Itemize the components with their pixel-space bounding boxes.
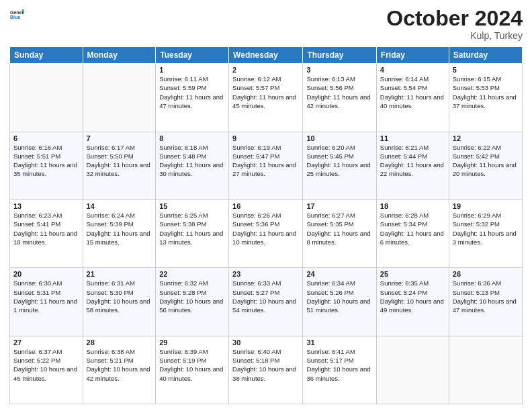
daylight-text: Daylight: 11 hours and 40 minutes. xyxy=(380,93,444,109)
sunrise-text: Sunrise: 6:17 AM xyxy=(87,144,135,151)
sunset-text: Sunset: 5:36 PM xyxy=(232,220,279,228)
table-row: 19Sunrise: 6:29 AMSunset: 5:32 PMDayligh… xyxy=(449,199,522,267)
calendar-week-4: 20Sunrise: 6:30 AMSunset: 5:31 PMDayligh… xyxy=(10,268,523,336)
day-number: 18 xyxy=(380,202,445,210)
header-saturday: Saturday xyxy=(449,47,522,64)
table-row: 14Sunrise: 6:24 AMSunset: 5:39 PMDayligh… xyxy=(83,199,156,267)
day-number: 20 xyxy=(13,270,79,278)
day-info: Sunrise: 6:37 AMSunset: 5:22 PMDaylight:… xyxy=(13,347,79,383)
sunset-text: Sunset: 5:56 PM xyxy=(306,84,353,91)
sunset-text: Sunset: 5:27 PM xyxy=(232,289,279,296)
sunrise-text: Sunrise: 6:37 AM xyxy=(13,348,62,355)
table-row xyxy=(10,64,83,132)
day-info: Sunrise: 6:39 AMSunset: 5:19 PMDaylight:… xyxy=(159,347,225,383)
table-row: 26Sunrise: 6:36 AMSunset: 5:23 PMDayligh… xyxy=(449,268,522,336)
table-row: 6Sunrise: 6:16 AMSunset: 5:51 PMDaylight… xyxy=(10,132,83,199)
sunset-text: Sunset: 5:35 PM xyxy=(306,220,353,228)
daylight-text: Daylight: 11 hours and 45 minutes. xyxy=(232,93,296,109)
sunset-text: Sunset: 5:54 PM xyxy=(380,84,427,91)
table-row: 29Sunrise: 6:39 AMSunset: 5:19 PMDayligh… xyxy=(156,336,229,404)
sunrise-text: Sunrise: 6:11 AM xyxy=(159,75,208,83)
table-row xyxy=(449,336,522,404)
sunrise-text: Sunrise: 6:38 AM xyxy=(87,348,135,355)
day-info: Sunrise: 6:20 AMSunset: 5:45 PMDaylight:… xyxy=(306,143,372,179)
table-row: 1Sunrise: 6:11 AMSunset: 5:59 PMDaylight… xyxy=(156,64,229,132)
title-area: October 2024 Kulp, Turkey xyxy=(386,7,523,41)
table-row: 10Sunrise: 6:20 AMSunset: 5:45 PMDayligh… xyxy=(303,132,376,199)
sunrise-text: Sunrise: 6:32 AM xyxy=(159,279,208,287)
sunset-text: Sunset: 5:34 PM xyxy=(380,220,427,228)
sunset-text: Sunset: 5:47 PM xyxy=(232,152,279,160)
day-number: 5 xyxy=(453,66,519,74)
daylight-text: Daylight: 11 hours and 25 minutes. xyxy=(306,161,370,177)
daylight-text: Daylight: 10 hours and 42 minutes. xyxy=(87,365,150,381)
sunset-text: Sunset: 5:28 PM xyxy=(159,289,206,296)
daylight-text: Daylight: 11 hours and 3 minutes. xyxy=(453,230,517,246)
daylight-text: Daylight: 10 hours and 49 minutes. xyxy=(380,298,444,314)
day-number: 21 xyxy=(87,270,152,278)
daylight-text: Daylight: 10 hours and 51 minutes. xyxy=(306,298,370,314)
table-row: 28Sunrise: 6:38 AMSunset: 5:21 PMDayligh… xyxy=(83,336,156,404)
day-number: 8 xyxy=(159,134,225,142)
day-info: Sunrise: 6:21 AMSunset: 5:44 PMDaylight:… xyxy=(380,143,445,179)
day-number: 27 xyxy=(13,338,79,347)
day-info: Sunrise: 6:23 AMSunset: 5:41 PMDaylight:… xyxy=(13,211,79,246)
day-info: Sunrise: 6:19 AMSunset: 5:47 PMDaylight:… xyxy=(232,143,299,179)
day-info: Sunrise: 6:25 AMSunset: 5:38 PMDaylight:… xyxy=(159,211,225,246)
svg-text:General: General xyxy=(10,10,24,15)
day-number: 4 xyxy=(380,66,445,74)
day-number: 16 xyxy=(232,202,299,210)
daylight-text: Daylight: 11 hours and 37 minutes. xyxy=(453,93,517,109)
sunset-text: Sunset: 5:53 PM xyxy=(453,84,500,91)
table-row xyxy=(83,64,156,132)
sunrise-text: Sunrise: 6:39 AM xyxy=(159,348,208,355)
calendar-week-2: 6Sunrise: 6:16 AMSunset: 5:51 PMDaylight… xyxy=(10,132,523,199)
day-info: Sunrise: 6:40 AMSunset: 5:18 PMDaylight:… xyxy=(232,347,299,383)
day-info: Sunrise: 6:38 AMSunset: 5:21 PMDaylight:… xyxy=(87,347,152,383)
daylight-text: Daylight: 11 hours and 15 minutes. xyxy=(87,230,150,246)
day-number: 3 xyxy=(306,66,372,74)
daylight-text: Daylight: 11 hours and 32 minutes. xyxy=(87,161,150,177)
table-row: 27Sunrise: 6:37 AMSunset: 5:22 PMDayligh… xyxy=(10,336,83,404)
daylight-text: Daylight: 10 hours and 40 minutes. xyxy=(159,365,223,381)
table-row: 21Sunrise: 6:31 AMSunset: 5:30 PMDayligh… xyxy=(83,268,156,336)
sunrise-text: Sunrise: 6:40 AM xyxy=(232,348,281,355)
sunrise-text: Sunrise: 6:25 AM xyxy=(159,212,208,219)
day-number: 12 xyxy=(453,134,519,142)
day-number: 29 xyxy=(159,338,225,347)
day-info: Sunrise: 6:36 AMSunset: 5:23 PMDaylight:… xyxy=(453,279,519,314)
day-number: 10 xyxy=(306,134,372,142)
table-row: 12Sunrise: 6:22 AMSunset: 5:42 PMDayligh… xyxy=(449,132,522,199)
day-info: Sunrise: 6:14 AMSunset: 5:54 PMDaylight:… xyxy=(380,75,445,110)
sunrise-text: Sunrise: 6:18 AM xyxy=(159,144,208,151)
calendar-week-5: 27Sunrise: 6:37 AMSunset: 5:22 PMDayligh… xyxy=(10,336,523,404)
daylight-text: Daylight: 11 hours and 27 minutes. xyxy=(232,161,296,177)
day-info: Sunrise: 6:15 AMSunset: 5:53 PMDaylight:… xyxy=(453,75,519,110)
sunrise-text: Sunrise: 6:29 AM xyxy=(453,212,501,219)
header-wednesday: Wednesday xyxy=(229,47,303,64)
sunset-text: Sunset: 5:17 PM xyxy=(306,357,353,364)
svg-text:Blue: Blue xyxy=(10,15,20,19)
page: General Blue October 2024 Kulp, Turkey S… xyxy=(0,0,532,411)
day-number: 31 xyxy=(306,338,372,347)
day-info: Sunrise: 6:27 AMSunset: 5:35 PMDaylight:… xyxy=(306,211,372,246)
day-info: Sunrise: 6:28 AMSunset: 5:34 PMDaylight:… xyxy=(380,211,445,246)
daylight-text: Daylight: 11 hours and 13 minutes. xyxy=(159,230,223,246)
table-row: 13Sunrise: 6:23 AMSunset: 5:41 PMDayligh… xyxy=(10,199,83,267)
day-info: Sunrise: 6:34 AMSunset: 5:26 PMDaylight:… xyxy=(306,279,372,314)
day-number: 17 xyxy=(306,202,372,210)
table-row: 15Sunrise: 6:25 AMSunset: 5:38 PMDayligh… xyxy=(156,199,229,267)
header-tuesday: Tuesday xyxy=(156,47,229,64)
day-number: 19 xyxy=(453,202,519,210)
day-info: Sunrise: 6:22 AMSunset: 5:42 PMDaylight:… xyxy=(453,143,519,179)
calendar-header-row: Sunday Monday Tuesday Wednesday Thursday… xyxy=(10,47,523,64)
header-friday: Friday xyxy=(376,47,449,64)
sunrise-text: Sunrise: 6:21 AM xyxy=(380,144,429,151)
table-row: 22Sunrise: 6:32 AMSunset: 5:28 PMDayligh… xyxy=(156,268,229,336)
sunrise-text: Sunrise: 6:12 AM xyxy=(232,75,281,83)
sunrise-text: Sunrise: 6:34 AM xyxy=(306,279,355,287)
daylight-text: Daylight: 10 hours and 38 minutes. xyxy=(232,365,296,381)
day-info: Sunrise: 6:12 AMSunset: 5:57 PMDaylight:… xyxy=(232,75,299,110)
daylight-text: Daylight: 10 hours and 45 minutes. xyxy=(13,365,77,381)
sunset-text: Sunset: 5:19 PM xyxy=(159,357,206,364)
